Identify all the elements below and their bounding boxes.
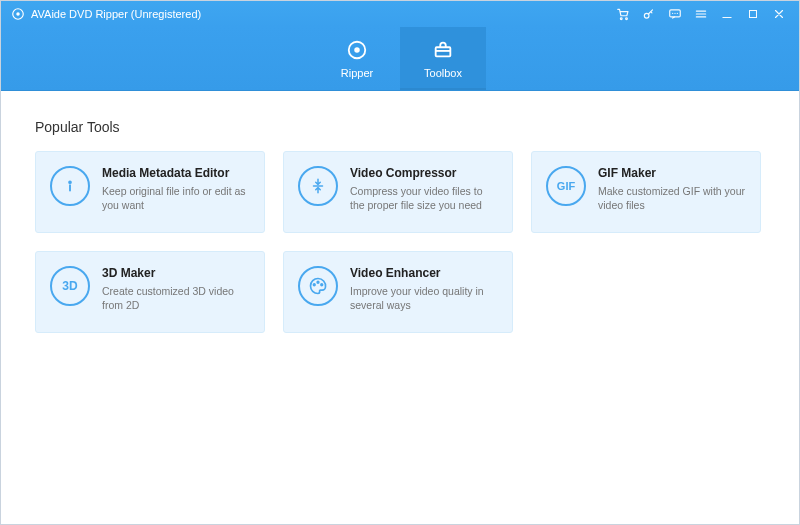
- tool-card-video-compressor[interactable]: Video Compressor Compress your video fil…: [283, 151, 513, 233]
- cart-icon[interactable]: [613, 4, 633, 24]
- tool-desc: Compress your video files to the proper …: [350, 184, 498, 212]
- svg-point-11: [313, 284, 315, 286]
- close-icon[interactable]: [769, 4, 789, 24]
- tool-card-text: 3D Maker Create customized 3D video from…: [102, 266, 250, 320]
- svg-rect-6: [750, 11, 757, 18]
- tool-card-3d-maker[interactable]: 3D 3D Maker Create customized 3D video f…: [35, 251, 265, 333]
- toolbox-icon: [431, 38, 455, 62]
- tool-card-text: Video Compressor Compress your video fil…: [350, 166, 498, 220]
- tool-card-text: Media Metadata Editor Keep original file…: [102, 166, 250, 220]
- svg-point-1: [16, 12, 20, 16]
- gif-icon: GIF: [546, 166, 586, 206]
- palette-icon: [298, 266, 338, 306]
- tool-card-media-metadata-editor[interactable]: Media Metadata Editor Keep original file…: [35, 151, 265, 233]
- ripper-icon: [345, 38, 369, 62]
- tool-title: GIF Maker: [598, 166, 746, 180]
- tools-grid: Media Metadata Editor Keep original file…: [35, 151, 765, 333]
- tool-card-gif-maker[interactable]: GIF GIF Maker Make customized GIF with y…: [531, 151, 761, 233]
- 3d-icon: 3D: [50, 266, 90, 306]
- tab-toolbox[interactable]: Toolbox: [400, 27, 486, 90]
- svg-point-3: [626, 18, 628, 20]
- menu-icon[interactable]: [691, 4, 711, 24]
- svg-point-8: [354, 47, 360, 53]
- tabstrip: Ripper Toolbox: [1, 27, 799, 91]
- tab-ripper-label: Ripper: [341, 67, 373, 79]
- tool-title: Video Enhancer: [350, 266, 498, 280]
- feedback-icon[interactable]: [665, 4, 685, 24]
- svg-point-12: [317, 281, 319, 283]
- titlebar: AVAide DVD Ripper (Unregistered): [1, 1, 799, 27]
- tool-title: Media Metadata Editor: [102, 166, 250, 180]
- content-area: Popular Tools Media Metadata Editor Keep…: [1, 91, 799, 524]
- key-icon[interactable]: [639, 4, 659, 24]
- svg-point-10: [69, 181, 71, 183]
- svg-point-13: [321, 284, 323, 286]
- info-icon: [50, 166, 90, 206]
- tool-card-text: Video Enhancer Improve your video qualit…: [350, 266, 498, 320]
- compress-icon: [298, 166, 338, 206]
- tool-desc: Keep original file info or edit as you w…: [102, 184, 250, 212]
- tab-toolbox-label: Toolbox: [424, 67, 462, 79]
- tool-desc: Improve your video quality in several wa…: [350, 284, 498, 312]
- tool-card-text: GIF Maker Make customized GIF with your …: [598, 166, 746, 220]
- app-logo-icon: [11, 7, 25, 21]
- tool-desc: Create customized 3D video from 2D: [102, 284, 250, 312]
- app-window: AVAide DVD Ripper (Unregistered): [0, 0, 800, 525]
- tool-desc: Make customized GIF with your video file…: [598, 184, 746, 212]
- tool-title: Video Compressor: [350, 166, 498, 180]
- tool-card-video-enhancer[interactable]: Video Enhancer Improve your video qualit…: [283, 251, 513, 333]
- tool-title: 3D Maker: [102, 266, 250, 280]
- app-title: AVAide DVD Ripper (Unregistered): [31, 8, 201, 20]
- maximize-icon[interactable]: [743, 4, 763, 24]
- svg-point-2: [620, 18, 622, 20]
- section-title: Popular Tools: [35, 119, 765, 135]
- tab-ripper[interactable]: Ripper: [314, 27, 400, 90]
- minimize-icon[interactable]: [717, 4, 737, 24]
